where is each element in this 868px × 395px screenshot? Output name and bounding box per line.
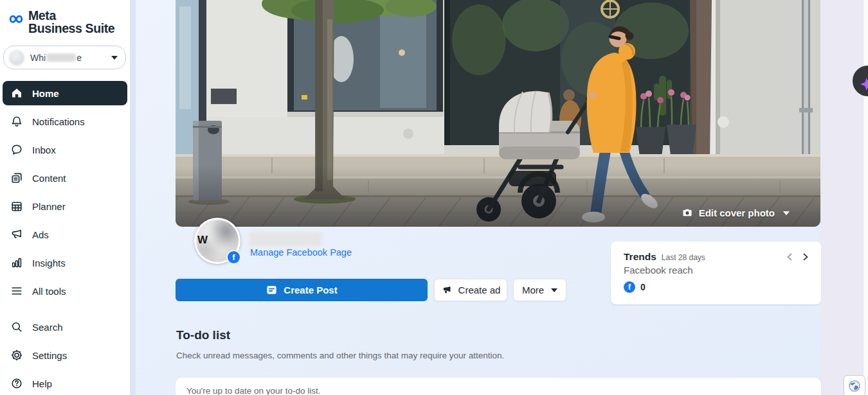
sidebar-nav: Home Notifications Inbox Content — [0, 81, 130, 395]
todo-list-description: Check unread messages, comments and othe… — [176, 351, 504, 360]
sidebar-item-planner[interactable]: Planner — [0, 192, 130, 220]
business-switcher[interactable]: Whi e — [3, 46, 126, 69]
gear-icon — [10, 349, 23, 362]
sidebar-item-label: Ads — [32, 229, 49, 240]
redaction-blur — [46, 53, 76, 62]
chat-bubble-icon — [10, 143, 23, 156]
meta-business-suite-logo[interactable]: Meta Business Suite — [6, 9, 114, 35]
create-ad-button[interactable]: Create ad — [434, 279, 507, 301]
sidebar-item-all-tools[interactable]: All tools — [0, 277, 130, 305]
trends-next-button[interactable] — [802, 253, 809, 261]
business-name-fragment: Whi — [30, 53, 46, 63]
todo-empty-message: You're up to date on your to-do list. — [186, 386, 320, 395]
trends-period: Last 28 days — [662, 253, 705, 262]
right-edge-panel — [821, 0, 868, 395]
ai-assistant-button[interactable] — [853, 66, 868, 96]
sidebar-item-label: Settings — [32, 350, 67, 361]
chevron-down-icon — [783, 211, 790, 215]
sidebar-scroll-gap — [130, 0, 136, 395]
megaphone-filled-icon — [441, 285, 453, 296]
logo-text: Meta Business Suite — [28, 9, 114, 35]
browser-globe-button[interactable] — [844, 375, 865, 395]
sidebar-item-label: Help — [32, 378, 52, 389]
sparkles-icon — [854, 68, 868, 94]
more-label: More — [522, 285, 544, 295]
create-post-label: Create Post — [284, 285, 337, 295]
sidebar-item-search[interactable]: Search — [0, 313, 130, 341]
sidebar-item-label: Content — [32, 173, 66, 184]
cover-photo: Edit cover photo — [176, 0, 820, 227]
create-ad-label: Create ad — [458, 285, 501, 295]
logo-line2: Business Suite — [28, 22, 114, 35]
chevron-down-icon — [111, 56, 118, 60]
page-avatar[interactable]: W f — [194, 218, 240, 264]
magnifier-icon — [10, 320, 23, 333]
sidebar-item-settings[interactable]: Settings — [0, 341, 130, 369]
sidebar-item-label: Insights — [32, 258, 66, 268]
sidebar-item-label: Search — [32, 322, 63, 333]
sidebar-item-content[interactable]: Content — [0, 164, 130, 192]
chevron-down-icon — [551, 288, 557, 292]
page-avatar-letter: W — [197, 234, 208, 247]
nav-separator — [0, 305, 130, 313]
chevron-left-icon — [786, 253, 793, 261]
sidebar-item-insights[interactable]: Insights — [0, 249, 130, 277]
bell-icon — [10, 115, 23, 128]
menu-lines-icon — [10, 285, 23, 297]
right-edge-sliver — [863, 0, 868, 395]
sidebar-item-label: Inbox — [32, 145, 56, 155]
sidebar-item-home[interactable]: Home — [3, 81, 127, 105]
chevron-right-icon — [802, 253, 809, 261]
edit-cover-photo-label: Edit cover photo — [699, 207, 775, 218]
facebook-icon: f — [624, 281, 635, 293]
edit-cover-photo-button[interactable]: Edit cover photo — [682, 207, 790, 218]
business-name-fragment: e — [77, 53, 82, 63]
sidebar-item-ads[interactable]: Ads — [0, 220, 130, 249]
trends-prev-button[interactable] — [786, 253, 793, 261]
trends-facebook-value: 0 — [640, 282, 646, 292]
sidebar-item-notifications[interactable]: Notifications — [0, 107, 130, 136]
todo-list-heading: To-do list — [176, 328, 230, 342]
sidebar-item-help[interactable]: Help — [0, 369, 130, 395]
camera-icon — [682, 207, 693, 218]
page-name-redacted — [249, 232, 321, 246]
sidebar-item-label: Notifications — [32, 116, 85, 127]
more-button[interactable]: More — [513, 279, 566, 301]
question-circle-icon — [10, 377, 23, 390]
todo-empty-card: You're up to date on your to-do list. — [176, 378, 821, 395]
calendar-grid-icon — [10, 200, 23, 213]
business-name-redacted: Whi e — [30, 53, 111, 63]
content-copy-icon — [10, 171, 23, 184]
manage-facebook-page-link[interactable]: Manage Facebook Page — [250, 247, 352, 258]
trends-title: Trends — [624, 251, 656, 263]
meta-infinity-icon — [6, 12, 26, 26]
bar-chart-icon — [10, 256, 23, 269]
globe-icon — [847, 379, 862, 393]
trends-card: Trends Last 28 days Facebook reach f 0 — [611, 241, 821, 304]
logo-line1: Meta — [28, 9, 114, 22]
home-icon — [10, 87, 23, 100]
megaphone-icon — [10, 228, 23, 241]
sidebar: Meta Business Suite Whi e Home Notificat… — [0, 0, 130, 395]
trends-metric-label: Facebook reach — [624, 265, 808, 276]
cover-photo-illustration — [176, 0, 820, 227]
facebook-badge-icon: f — [226, 250, 241, 265]
post-icon — [266, 284, 278, 296]
sidebar-item-label: All tools — [32, 286, 66, 297]
sidebar-item-label: Planner — [32, 201, 66, 212]
sidebar-item-inbox[interactable]: Inbox — [0, 136, 130, 164]
sidebar-item-label: Home — [32, 88, 59, 99]
business-avatar-blurred — [9, 50, 24, 66]
create-post-button[interactable]: Create Post — [176, 279, 428, 301]
